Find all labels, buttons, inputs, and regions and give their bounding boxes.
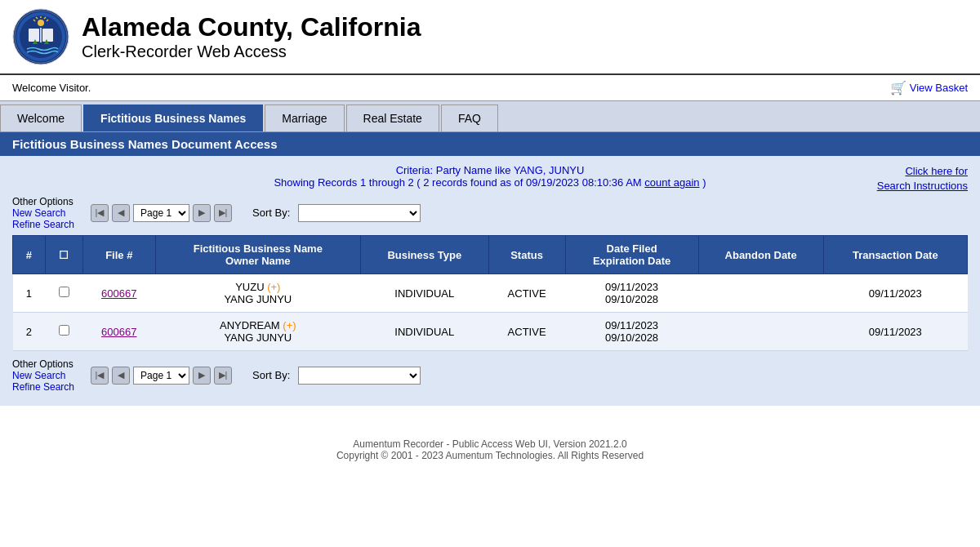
svg-point-7	[38, 20, 44, 26]
bottom-options-row: Other Options New Search Refine Search |…	[12, 358, 968, 393]
row-checkbox[interactable]	[59, 325, 69, 336]
tab-realestate[interactable]: Real Estate	[346, 105, 439, 131]
county-title: Alameda County, California	[82, 12, 421, 42]
business-name: YUZU	[235, 281, 264, 293]
top-options-row: Other Options New Search Refine Search |…	[12, 195, 968, 230]
col-num: #	[13, 236, 46, 274]
page-header: Alameda County, California Clerk-Recorde…	[0, 0, 980, 75]
row-type: INDIVIDUAL	[360, 313, 488, 351]
row-fbn: ANYDREAM (+) YANG JUNYU	[155, 313, 360, 351]
row-transaction: 09/11/2023	[823, 313, 967, 351]
view-basket-link[interactable]: 🛒 View Basket	[890, 80, 968, 96]
svg-rect-3	[29, 29, 39, 42]
row-type: INDIVIDUAL	[360, 274, 488, 313]
plus-link[interactable]: (+)	[267, 281, 280, 293]
next-page-btn-bottom[interactable]: ▶	[193, 367, 211, 385]
business-name: ANYDREAM	[220, 319, 280, 331]
main-content: Criteria: Party Name like YANG, JUNYU Sh…	[0, 156, 980, 406]
showing-prefix: Showing Records 1 through 2 ( 2 records …	[274, 176, 641, 189]
bottom-other-options: Other Options New Search Refine Search	[12, 358, 74, 393]
criteria-bar: Criteria: Party Name like YANG, JUNYU Sh…	[12, 164, 968, 189]
showing-suffix: )	[702, 176, 706, 189]
table-row: 1 600667 YUZU (+) YANG JUNYU INDIVIDUAL …	[13, 274, 968, 313]
table-row: 2 600667 ANYDREAM (+) YANG JUNYU INDIVID…	[13, 313, 968, 351]
col-type: Business Type	[360, 236, 488, 274]
svg-rect-4	[42, 29, 53, 42]
file-link[interactable]: 600667	[101, 287, 136, 300]
first-page-btn-top[interactable]: |◀	[91, 204, 109, 222]
top-pagination: |◀ ◀ Page 1 ▶ ▶|	[91, 204, 232, 222]
count-again-link[interactable]: count again	[644, 176, 699, 189]
search-instructions-link[interactable]: Click here for Search Instructions	[877, 164, 968, 193]
table-body: 1 600667 YUZU (+) YANG JUNYU INDIVIDUAL …	[13, 274, 968, 351]
sort-select-top[interactable]	[298, 204, 421, 222]
col-transaction: Transaction Date	[823, 236, 967, 274]
nav-tabs: Welcome Fictitious Business Names Marria…	[0, 101, 980, 132]
row-file: 600667	[82, 313, 155, 351]
row-dates: 09/11/202309/10/2028	[565, 274, 698, 313]
page-select-top[interactable]: Page 1	[133, 204, 189, 222]
page-title-bar: Fictitious Business Names Document Acces…	[0, 132, 980, 156]
sort-select-bottom[interactable]	[298, 367, 421, 385]
top-other-options: Other Options New Search Refine Search	[12, 195, 74, 230]
showing-text: Showing Records 1 through 2 ( 2 records …	[12, 176, 968, 189]
footer: Aumentum Recorder - Public Access Web UI…	[0, 422, 980, 478]
owner-name: YANG JUNYU	[163, 293, 352, 305]
row-fbn: YUZU (+) YANG JUNYU	[155, 274, 360, 313]
footer-line1: Aumentum Recorder - Public Access Web UI…	[16, 438, 964, 450]
prev-page-btn-bottom[interactable]: ◀	[112, 367, 130, 385]
file-link[interactable]: 600667	[101, 326, 136, 338]
search-instructions-line1: Click here for	[905, 165, 968, 177]
sort-label-top: Sort By:	[252, 207, 290, 219]
table-header: # ☐ File # Fictitious Business NameOwner…	[13, 236, 968, 274]
first-page-btn-bottom[interactable]: |◀	[91, 367, 109, 385]
row-checkbox[interactable]	[59, 287, 69, 297]
cart-icon: 🛒	[890, 80, 906, 96]
plus-link[interactable]: (+)	[283, 319, 296, 331]
next-page-btn-top[interactable]: ▶	[193, 204, 211, 222]
tab-marriage[interactable]: Marriage	[265, 105, 344, 131]
col-abandon: Abandon Date	[698, 236, 823, 274]
view-basket-label: View Basket	[910, 82, 968, 94]
row-num: 2	[13, 313, 46, 351]
col-dates: Date FiledExpiration Date	[565, 236, 698, 274]
owner-name: YANG JUNYU	[163, 331, 352, 344]
row-check[interactable]	[45, 313, 82, 351]
welcome-message: Welcome Visitor.	[12, 82, 91, 94]
new-search-link-top[interactable]: New Search	[12, 207, 74, 219]
row-check[interactable]	[45, 274, 82, 313]
col-fbn: Fictitious Business NameOwner Name	[155, 236, 360, 274]
search-instructions-line2: Search Instructions	[877, 180, 968, 192]
last-page-btn-bottom[interactable]: ▶|	[214, 367, 232, 385]
last-page-btn-top[interactable]: ▶|	[214, 204, 232, 222]
other-options-label-top: Other Options	[12, 196, 74, 207]
header-text: Alameda County, California Clerk-Recorde…	[82, 12, 421, 61]
sort-label-bottom: Sort By:	[252, 369, 290, 381]
results-table: # ☐ File # Fictitious Business NameOwner…	[12, 235, 968, 351]
col-check: ☐	[45, 236, 82, 274]
row-file: 600667	[82, 274, 155, 313]
tab-fictitious[interactable]: Fictitious Business Names	[83, 105, 263, 131]
other-options-label-bottom: Other Options	[12, 358, 74, 370]
bottom-pagination: |◀ ◀ Page 1 ▶ ▶|	[91, 367, 232, 385]
prev-page-btn-top[interactable]: ◀	[112, 204, 130, 222]
tab-faq[interactable]: FAQ	[441, 105, 498, 131]
welcome-bar: Welcome Visitor. 🛒 View Basket	[0, 75, 980, 101]
refine-search-link-bottom[interactable]: Refine Search	[12, 381, 74, 393]
tab-welcome[interactable]: Welcome	[0, 105, 82, 131]
col-status: Status	[488, 236, 565, 274]
row-transaction: 09/11/2023	[823, 274, 967, 313]
row-abandon	[698, 274, 823, 313]
county-subtitle: Clerk-Recorder Web Access	[82, 42, 421, 61]
criteria-line1: Criteria: Party Name like YANG, JUNYU	[12, 164, 968, 176]
row-abandon	[698, 313, 823, 351]
refine-search-link-top[interactable]: Refine Search	[12, 219, 74, 230]
new-search-link-bottom[interactable]: New Search	[12, 370, 74, 381]
page-title: Fictitious Business Names Document Acces…	[12, 137, 278, 151]
footer-line2: Copyright © 2001 - 2023 Aumentum Technol…	[16, 450, 964, 461]
row-dates: 09/11/202309/10/2028	[565, 313, 698, 351]
row-status: ACTIVE	[488, 274, 565, 313]
col-file: File #	[82, 236, 155, 274]
row-num: 1	[13, 274, 46, 313]
page-select-bottom[interactable]: Page 1	[133, 367, 189, 385]
